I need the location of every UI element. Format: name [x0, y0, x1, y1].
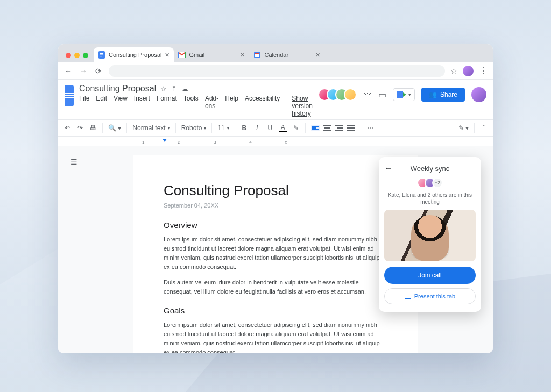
activity-icon[interactable]: 〰 — [363, 90, 372, 99]
back-arrow-icon[interactable]: ← — [384, 163, 395, 173]
minimize-window-button[interactable] — [74, 53, 80, 58]
font-size-select[interactable]: 11▾ — [217, 124, 229, 132]
undo-button[interactable]: ↶ — [63, 124, 71, 132]
join-call-button[interactable]: Join call — [384, 267, 476, 284]
mic-toggle-button[interactable] — [412, 242, 428, 258]
menu-help[interactable]: Help — [225, 95, 238, 117]
font-select[interactable]: Roboto▾ — [181, 124, 207, 132]
window-controls — [62, 53, 94, 62]
close-window-button[interactable] — [66, 53, 71, 58]
section-title: Goals — [164, 306, 387, 315]
tab-strip: Consulting Proposal ✕ Gmail ✕ Calendar ✕ — [58, 44, 493, 62]
separator — [305, 123, 306, 133]
doc-date: September 04, 20XX — [164, 202, 387, 209]
mic-icon — [416, 246, 423, 254]
align-left-button[interactable] — [311, 125, 320, 131]
zoom-button[interactable]: 🔍 ▾ — [108, 124, 121, 132]
formatting-toolbar: ↶ ↷ 🖶 🔍 ▾ Normal text▾ Roboto▾ 11▾ B I U… — [58, 119, 493, 137]
address-bar: ← → ⟳ ☆ ⋮ — [58, 62, 493, 80]
menu-format[interactable]: Format — [157, 95, 177, 117]
paragraph-style-select[interactable]: Normal text▾ — [132, 124, 169, 132]
meet-icon — [397, 91, 406, 98]
tab-docs[interactable]: Consulting Proposal ✕ — [94, 47, 174, 62]
doc-heading: Consulting Proposal — [164, 182, 387, 199]
svg-rect-1 — [100, 53, 103, 54]
close-tab-icon[interactable]: ✕ — [165, 52, 169, 59]
forward-button[interactable]: → — [79, 67, 88, 75]
document-page[interactable]: Consulting Proposal September 04, 20XX O… — [133, 155, 418, 353]
menu-bar: File Edit View Insert Format Tools Add-o… — [79, 95, 313, 117]
meet-button[interactable]: ▾ — [393, 88, 415, 101]
collapse-toolbar-button[interactable]: ˄ — [480, 124, 488, 132]
italic-button[interactable]: I — [253, 124, 261, 132]
reload-button[interactable]: ⟳ — [94, 67, 103, 75]
separator — [175, 123, 176, 133]
menu-edit[interactable]: Edit — [96, 95, 107, 117]
present-tab-button[interactable]: Present this tab — [384, 288, 476, 304]
more-tools-button[interactable]: ⋯ — [366, 124, 374, 132]
redo-button[interactable]: ↷ — [76, 124, 84, 132]
collaborator-avatars[interactable] — [318, 88, 357, 101]
omnibox[interactable] — [109, 65, 445, 77]
separator — [211, 123, 212, 133]
separator — [126, 123, 127, 133]
print-button[interactable]: 🖶 — [89, 124, 97, 132]
meet-popover: ← Weekly sync +2 Kate, Elena and 2 other… — [379, 157, 481, 312]
separator — [361, 123, 361, 133]
text-color-button[interactable]: A — [279, 124, 287, 132]
svg-rect-9 — [436, 248, 441, 252]
tab-label: Gmail — [189, 52, 204, 58]
bold-button[interactable]: B — [241, 124, 248, 132]
gmail-favicon — [178, 51, 186, 59]
share-button[interactable]: 👥 Share — [421, 88, 465, 102]
outline-toggle-icon[interactable]: ☰ — [68, 156, 80, 168]
docs-favicon — [98, 51, 105, 59]
avatar — [344, 88, 357, 101]
align-center-button[interactable] — [323, 125, 331, 131]
ruler[interactable]: 1 2 3 4 5 — [58, 137, 493, 146]
meeting-subtitle: Kate, Elena and 2 others are in this mee… — [384, 191, 476, 205]
highlight-button[interactable]: ✎ — [292, 124, 300, 132]
separator — [474, 123, 475, 133]
camera-toggle-button[interactable] — [432, 242, 448, 258]
tab-gmail[interactable]: Gmail ✕ — [174, 47, 249, 62]
document-title[interactable]: Consulting Proposal — [79, 84, 156, 94]
browser-window: Consulting Proposal ✕ Gmail ✕ Calendar ✕… — [58, 44, 493, 353]
people-icon: 👥 — [429, 91, 437, 98]
align-right-button[interactable] — [335, 125, 343, 131]
separator — [102, 123, 103, 133]
bookmark-star-icon[interactable]: ☆ — [450, 67, 457, 75]
menu-accessibility[interactable]: Accessibility — [245, 95, 280, 117]
menu-addons[interactable]: Add-ons — [205, 95, 218, 117]
tab-label: Consulting Proposal — [109, 52, 161, 58]
chevron-down-icon: ▾ — [408, 92, 411, 97]
account-avatar[interactable] — [471, 87, 486, 102]
comments-icon[interactable]: ▭ — [378, 90, 386, 100]
paragraph: Lorem ipsum dolor sit amet, consectetuer… — [164, 235, 387, 272]
maximize-window-button[interactable] — [83, 53, 88, 58]
cloud-status-icon[interactable]: ☁ — [181, 85, 188, 93]
svg-rect-6 — [255, 53, 259, 54]
close-tab-icon[interactable]: ✕ — [240, 52, 245, 59]
editing-mode-button[interactable]: ✎ ▾ — [458, 124, 469, 132]
menu-tools[interactable]: Tools — [183, 95, 199, 117]
docs-home-icon[interactable] — [65, 85, 74, 106]
paragraph: Duis autem vel eum iriure dolor in hendr… — [164, 278, 387, 296]
close-tab-icon[interactable]: ✕ — [315, 52, 320, 59]
menu-file[interactable]: File — [79, 95, 89, 117]
document-canvas: ☰ Consulting Proposal September 04, 20XX… — [58, 146, 493, 353]
meeting-participant-avatars: +2 — [417, 177, 443, 188]
menu-view[interactable]: View — [114, 95, 128, 117]
profile-chip[interactable] — [463, 66, 474, 76]
menu-insert[interactable]: Insert — [134, 95, 150, 117]
browser-menu-icon[interactable]: ⋮ — [479, 66, 488, 76]
back-button[interactable]: ← — [63, 67, 73, 75]
underline-button[interactable]: U — [266, 124, 274, 132]
docs-header: Consulting Proposal ☆ ⤒ ☁ File Edit View… — [58, 80, 493, 117]
align-justify-button[interactable] — [347, 125, 355, 131]
separator — [235, 123, 235, 133]
star-icon[interactable]: ☆ — [160, 85, 167, 93]
version-history-link[interactable]: Show version history — [292, 95, 313, 117]
tab-calendar[interactable]: Calendar ✕ — [249, 47, 324, 62]
move-icon[interactable]: ⤒ — [171, 85, 177, 93]
